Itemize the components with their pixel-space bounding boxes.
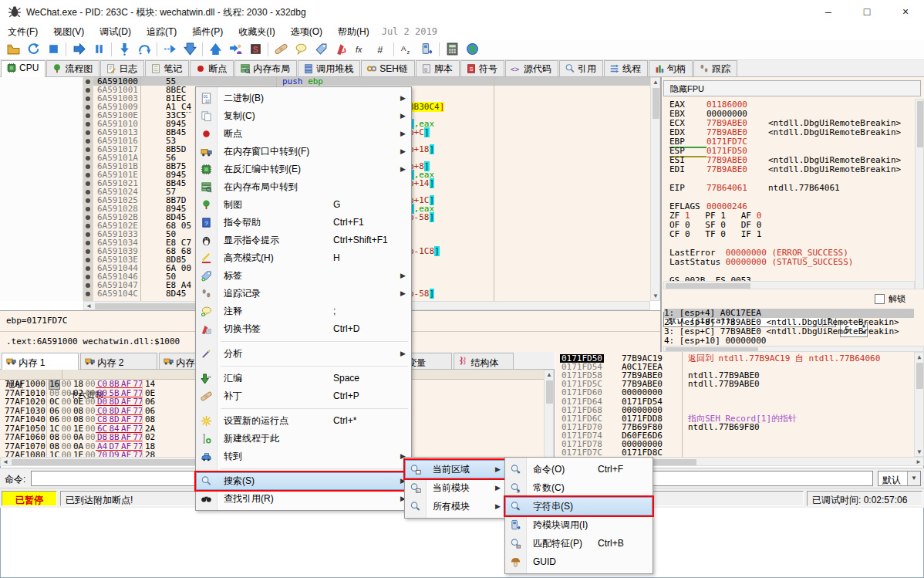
menubar-view[interactable]: 视图(V) — [46, 23, 92, 41]
submenu-pattern[interactable]: 匹配特征(P)Ctrl+B — [505, 534, 653, 553]
toolbar-run-button[interactable] — [69, 40, 89, 59]
toolbar-modules-button[interactable] — [416, 40, 437, 59]
context-menu-copy[interactable]: 复制(C)▶ — [196, 107, 411, 125]
toolbar-run-trace-button[interactable] — [160, 40, 180, 59]
tab-trace[interactable]: 跟踪 — [693, 60, 737, 76]
instruction-dot[interactable] — [86, 232, 90, 237]
tab-memory-map[interactable]: 内存布局 — [234, 60, 297, 76]
instruction-dot[interactable] — [86, 266, 90, 271]
stack-row[interactable]: 0171FD7800000000 — [555, 440, 924, 448]
submenu-intermodular-calls[interactable]: 跨模块调用(I) — [505, 515, 653, 534]
tab-script[interactable]: {}脚本 — [416, 60, 460, 76]
instruction-dot[interactable] — [86, 88, 90, 93]
toolbar-step-down-button[interactable] — [180, 40, 200, 59]
context-menu-analysis[interactable]: 分析▶ — [196, 345, 411, 363]
tab-symbols[interactable]: S符号 — [460, 60, 504, 76]
argument-row[interactable]: 4: [esp+10] 00000000 — [664, 336, 914, 346]
menubar-options[interactable]: 选项(O) — [283, 23, 330, 41]
context-menu-binary[interactable]: 0110二进制(B)▶ — [196, 90, 411, 107]
stack-row[interactable]: 0171FD640171FD54 — [555, 397, 924, 406]
tab-cpu[interactable]: CPU — [1, 60, 46, 77]
instruction-dot[interactable] — [86, 198, 90, 203]
toolbar-az-button[interactable]: Az — [396, 40, 416, 59]
menubar-trace[interactable]: 追踪(T) — [139, 23, 184, 41]
context-menu-new-thread-here[interactable]: 新建线程于此 — [196, 430, 411, 448]
context-menu-follow-in-memmap[interactable]: 在内存布局中转到 — [196, 178, 411, 196]
context-menu-set-new-origin[interactable]: 设置新的运行点Ctrl+* — [196, 412, 411, 430]
disasm-vscrollbar[interactable]: ▲ ▼ — [650, 77, 660, 301]
instruction-dot[interactable] — [86, 147, 90, 152]
instruction-dot[interactable] — [86, 105, 90, 110]
menubar-debug[interactable]: 调试(D) — [92, 23, 139, 41]
tab-seh[interactable]: SEH链 — [361, 60, 415, 76]
context-menu-patch[interactable]: 补丁Ctrl+P — [196, 387, 411, 405]
context-menu-toggle-bookmark[interactable]: n切换书签Ctrl+D — [196, 320, 411, 338]
toolbar-comments-button[interactable] — [291, 40, 311, 59]
instruction-dot[interactable] — [86, 139, 90, 144]
toolbar-calculator-button[interactable] — [442, 40, 462, 59]
context-menu-instruction-help[interactable]: ?指令帮助Ctrl+F1 — [196, 214, 411, 232]
context-menu-goto[interactable]: 转到▶ — [196, 448, 411, 465]
context-menu-comment[interactable]: 注释; — [196, 303, 411, 320]
dump-vscrollbar[interactable]: ▲ ▼ — [544, 370, 554, 465]
dump-tab-dump-1[interactable]: 内存 1 — [2, 353, 79, 370]
stack-row[interactable]: 0171FD7077B69F80ntdll.77B69F80 — [555, 423, 924, 431]
tab-handles[interactable]: 句柄 — [649, 60, 693, 76]
tab-threads[interactable]: 线程 — [604, 60, 648, 76]
context-menu-follow-in-dump[interactable]: 在内存窗口中转到(F)▶ — [196, 143, 411, 161]
instruction-dot[interactable] — [86, 275, 90, 279]
arguments-hscrollbar[interactable] — [663, 346, 924, 352]
tab-breakpoints[interactable]: 断点 — [190, 60, 234, 76]
close-button[interactable]: × — [889, 0, 922, 23]
context-menu-find-references[interactable]: 查找引用(R)▶ — [196, 490, 411, 508]
instruction-dot[interactable] — [86, 113, 90, 118]
instruction-dot[interactable] — [86, 79, 90, 84]
toolbar-scylla-button[interactable]: S — [245, 40, 265, 59]
tab-references[interactable]: 引用 — [559, 60, 603, 76]
dump-tab-struct[interactable]: 结构体 — [454, 353, 514, 370]
instruction-dot[interactable] — [86, 181, 90, 186]
hide-fpu-button[interactable]: 隐藏FPU — [663, 80, 921, 96]
context-menu-follow-in-disasm[interactable]: 在反汇编中转到(E)▶ — [196, 161, 411, 178]
registers-vscrollbar[interactable] — [915, 99, 924, 289]
instruction-dot[interactable] — [86, 190, 90, 194]
toolbar-run-to-user-button[interactable] — [225, 40, 245, 59]
instruction-dot[interactable] — [86, 173, 90, 177]
menubar-file[interactable]: 文件(F) — [0, 23, 46, 41]
instruction-dot[interactable] — [86, 130, 90, 135]
register-row[interactable]: CF 0 TF 0 IF 1 — [669, 230, 761, 239]
instruction-dot[interactable] — [86, 283, 90, 288]
context-menu-breakpoint[interactable]: 断点▶ — [196, 125, 411, 143]
toolbar-open-file-button[interactable] — [3, 40, 23, 59]
context-menu-search[interactable]: 搜索(S)▶ — [196, 472, 411, 490]
instruction-dot[interactable] — [86, 96, 90, 101]
registers-hscrollbar[interactable] — [663, 281, 915, 289]
instruction-dot[interactable] — [86, 122, 90, 127]
instruction-dot[interactable] — [86, 258, 90, 262]
stack-row[interactable]: 0171FD74D60FE6D6 — [555, 431, 924, 440]
toolbar-stop-button[interactable] — [43, 40, 63, 59]
toolbar-internet-button[interactable] — [462, 40, 482, 59]
instruction-dot[interactable] — [86, 241, 90, 245]
menubar-help[interactable]: 帮助(H) — [330, 23, 377, 41]
unlock-checkbox[interactable] — [875, 294, 885, 304]
submenu-constant[interactable]: #常数(C) — [505, 478, 653, 497]
instruction-dot[interactable] — [86, 224, 90, 228]
stack-row[interactable]: 0171FD6000000000 — [555, 388, 924, 397]
instruction-dot[interactable] — [86, 207, 90, 211]
menubar-favourites[interactable]: 收藏夹(I) — [231, 23, 282, 41]
context-menu-label[interactable]: 标签▶ — [196, 267, 411, 285]
chevron-down-icon[interactable]: ▼ — [907, 472, 920, 485]
breakpoint-gutter[interactable] — [83, 77, 93, 301]
stack-vscrollbar[interactable]: ▲ ▼ — [914, 352, 924, 457]
toolbar-functions-button[interactable]: fx — [351, 40, 371, 59]
tab-notes[interactable]: 笔记 — [145, 60, 189, 76]
context-menu-trace-record[interactable]: 追踪记录▶ — [196, 285, 411, 303]
maximize-button[interactable]: □ — [850, 0, 884, 23]
tab-source[interactable]: <>源代码 — [505, 60, 558, 76]
minimize-button[interactable]: – — [811, 0, 845, 23]
toolbar-step-over-button[interactable] — [134, 40, 154, 59]
toolbar-bookmarks-button[interactable] — [331, 40, 351, 59]
tab-call-stack[interactable]: 调用堆栈 — [298, 60, 360, 76]
instruction-dot[interactable] — [86, 249, 90, 254]
